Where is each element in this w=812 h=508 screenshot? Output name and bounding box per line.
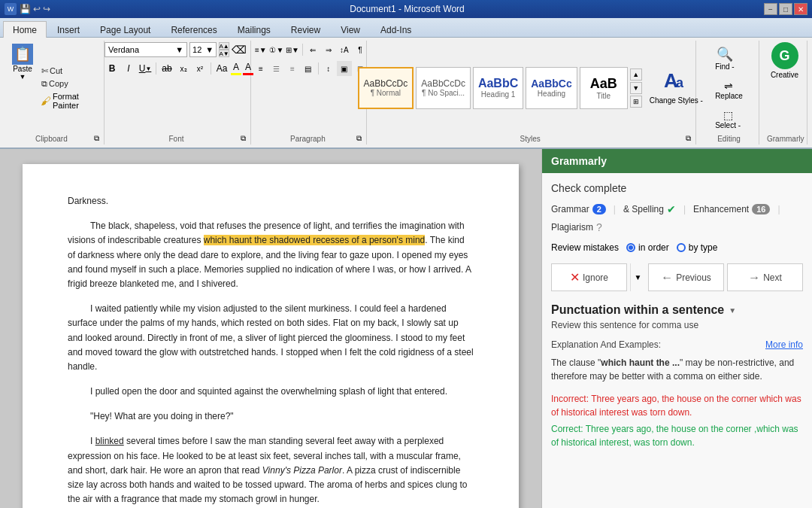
- clipboard-label: Clipboard: [9, 135, 94, 143]
- superscript-button[interactable]: x²: [192, 61, 208, 76]
- copy-icon: ⧉: [41, 79, 47, 89]
- in-order-radio[interactable]: in order: [626, 242, 669, 253]
- window-controls[interactable]: − □ ✕: [764, 3, 807, 15]
- ignore-label: Ignore: [583, 272, 608, 283]
- underline-button[interactable]: U▼: [138, 61, 153, 76]
- paste-dropdown-arrow[interactable]: ▼: [20, 73, 26, 81]
- tab-insert[interactable]: Insert: [47, 21, 89, 37]
- paragraph-expand-icon[interactable]: ⧉: [356, 134, 362, 143]
- multilevel-list-button[interactable]: ⊞▼: [285, 42, 300, 57]
- align-left-button[interactable]: ≡: [253, 61, 268, 76]
- close-button[interactable]: ✕: [794, 3, 807, 15]
- enhancement-tab-label: Enhancement: [693, 204, 749, 214]
- clause-highlight: which haunt the ...: [601, 357, 680, 368]
- paragraph-group: ≡▼ ①▼ ⊞▼ ⇐ ⇒ ↕A ¶ ≡ ☰ ≡ ▤ ↕ ▣ ⊞ Paragrap…: [254, 41, 367, 144]
- style-nospace-preview: AaBbCcDc: [421, 78, 465, 89]
- grammarly-logo[interactable]: G: [771, 42, 798, 69]
- editing-group: 🔍 Find - ⇌ Replace ⬚ Select - Editing: [699, 41, 759, 144]
- font-size-decrease-button[interactable]: A▼: [219, 50, 229, 57]
- next-button[interactable]: → Next: [727, 263, 803, 291]
- line-spacing-button[interactable]: ↕: [321, 61, 336, 76]
- italic-button[interactable]: I: [121, 61, 136, 76]
- find-button[interactable]: 🔍 Find -: [708, 42, 741, 75]
- align-center-button[interactable]: ☰: [269, 61, 284, 76]
- font-size-increase-button[interactable]: A▲: [219, 42, 229, 50]
- shading-button[interactable]: ▣: [337, 61, 352, 76]
- plagiarism-question-icon: ?: [596, 221, 602, 233]
- incorrect-example: Incorrect: Three years ago, the house on…: [551, 392, 803, 419]
- decrease-indent-button[interactable]: ⇐: [305, 42, 320, 57]
- redo-icon[interactable]: ↪: [43, 4, 50, 14]
- highlight-color-button[interactable]: A: [231, 62, 241, 75]
- copy-button[interactable]: ⧉ Copy: [39, 78, 99, 90]
- find-label: Find -: [715, 62, 735, 71]
- clear-formatting-button[interactable]: ⌫: [232, 42, 247, 57]
- replace-button[interactable]: ⇌ Replace: [708, 76, 750, 104]
- style-normal-button[interactable]: AaBbCcDc ¶ Normal: [358, 67, 414, 109]
- review-row: Review mistakes in order by type: [551, 242, 803, 253]
- style-title-button[interactable]: AaB Title: [580, 67, 628, 109]
- style-heading2-button[interactable]: AaBbCc Heading: [526, 67, 577, 109]
- tab-pipe2: |: [683, 204, 686, 214]
- numbered-list-button[interactable]: ①▼: [269, 42, 284, 57]
- cut-button[interactable]: ✄ Cut: [39, 65, 99, 77]
- by-type-radio[interactable]: by type: [677, 242, 718, 253]
- grammar-tab[interactable]: Grammar 2: [551, 204, 606, 214]
- issue-dropdown-arrow[interactable]: ▼: [729, 306, 736, 315]
- font-color-button[interactable]: A: [243, 62, 253, 75]
- plagiarism-tab[interactable]: Plagiarism ?: [551, 221, 602, 233]
- font-family-select[interactable]: Verdana ▼: [105, 42, 187, 57]
- spelling-check-icon: ✔: [667, 203, 676, 215]
- increase-indent-button[interactable]: ⇒: [321, 42, 336, 57]
- quick-access-buttons: 💾 ↩ ↪: [20, 4, 50, 14]
- word-icon: W: [5, 3, 17, 15]
- subscript-button[interactable]: x₂: [176, 61, 191, 76]
- previous-button[interactable]: ← Previous: [648, 263, 724, 291]
- tab-view[interactable]: View: [331, 21, 370, 37]
- bullet-list-button[interactable]: ≡▼: [253, 42, 268, 57]
- tab-page-layout[interactable]: Page Layout: [90, 21, 160, 37]
- bold-button[interactable]: B: [105, 61, 120, 76]
- minimize-button[interactable]: −: [764, 3, 777, 15]
- styles-scroll-arrows: ▲ ▼ ⊞: [630, 68, 642, 108]
- styles-scroll-up[interactable]: ▲: [630, 68, 642, 81]
- style-normal-preview: AaBbCcDc: [364, 78, 408, 89]
- strikethrough-button[interactable]: ab: [159, 61, 174, 76]
- format-painter-button[interactable]: 🖌 Format Painter: [39, 91, 99, 111]
- align-right-button[interactable]: ≡: [285, 61, 300, 76]
- ignore-dropdown[interactable]: ▼: [630, 263, 645, 291]
- undo-icon[interactable]: ↩: [33, 4, 41, 14]
- save-icon[interactable]: 💾: [20, 4, 31, 14]
- clipboard-expand-icon[interactable]: ⧉: [94, 134, 99, 143]
- ignore-button[interactable]: ✕ Ignore: [551, 263, 627, 291]
- justify-button[interactable]: ▤: [301, 61, 316, 76]
- in-order-dot: [626, 243, 635, 252]
- more-info-link[interactable]: More info: [765, 339, 803, 350]
- tab-home[interactable]: Home: [3, 21, 47, 38]
- change-styles-label: Change Styles -: [650, 96, 703, 105]
- tab-references[interactable]: References: [161, 21, 226, 37]
- para-divider2: [318, 62, 319, 75]
- svg-text:a: a: [676, 75, 684, 90]
- tab-review[interactable]: Review: [281, 21, 330, 37]
- font-family-arrow: ▼: [175, 45, 183, 54]
- enhancement-tab[interactable]: Enhancement 16: [693, 204, 770, 214]
- paragraph-2: The black, shapeless, void that refuses …: [68, 219, 474, 291]
- tab-add-ins[interactable]: Add-Ins: [371, 21, 421, 37]
- styles-more-button[interactable]: ⊞: [630, 96, 642, 108]
- maximize-button[interactable]: □: [779, 3, 792, 15]
- font-expand-icon[interactable]: ⧉: [241, 134, 246, 143]
- sort-button[interactable]: ↕A: [337, 42, 352, 57]
- style-heading1-button[interactable]: AaBbC Heading 1: [473, 67, 523, 109]
- spelling-tab[interactable]: & Spelling ✔: [623, 203, 676, 215]
- para-divider1: [302, 44, 303, 56]
- style-no-spacing-button[interactable]: AaBbCcDc ¶ No Spaci...: [416, 67, 471, 109]
- styles-expand-icon[interactable]: ⧉: [686, 134, 691, 143]
- select-button[interactable]: ⬚ Select -: [708, 105, 747, 133]
- change-case-button[interactable]: Aa: [214, 61, 229, 76]
- grammarly-tabs-row: Grammar 2 | & Spelling ✔ | Enhancement 1…: [551, 203, 803, 233]
- paste-button[interactable]: 📋 Paste ▼: [9, 42, 36, 133]
- styles-scroll-down[interactable]: ▼: [630, 82, 642, 94]
- tab-mailings[interactable]: Mailings: [228, 21, 280, 37]
- font-size-select[interactable]: 12 ▼: [189, 42, 217, 57]
